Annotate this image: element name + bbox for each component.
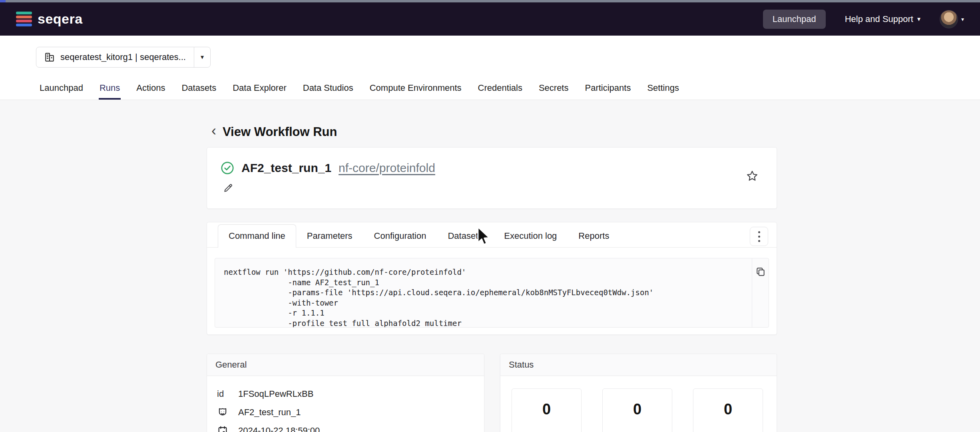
general-card: General id 1FSoqLPewRLxBB AF2_test_run_1 [207, 354, 484, 432]
submitted-count: 0 [603, 401, 672, 418]
tab-run-datasets[interactable]: Datasets [437, 224, 493, 247]
tab-compute-environments[interactable]: Compute Environments [369, 78, 462, 100]
star-icon[interactable] [746, 170, 758, 182]
tab-parameters[interactable]: Parameters [296, 224, 363, 247]
workspace-header: seqeratest_kitorg1 | seqerates... ▾ Laun… [0, 36, 980, 100]
tab-participants[interactable]: Participants [584, 78, 631, 100]
tab-credentials[interactable]: Credentials [477, 78, 523, 100]
status-tile-submitted: 0 submitted [602, 388, 672, 432]
run-date-value: 2024-10-22 18:59:00 [238, 426, 320, 432]
tab-datasets[interactable]: Datasets [181, 78, 217, 100]
help-and-support-menu[interactable]: Help and Support ▾ [845, 14, 920, 24]
tab-data-explorer[interactable]: Data Explorer [232, 78, 287, 100]
workspace-selector-caret[interactable]: ▾ [194, 47, 210, 67]
seqera-logo[interactable]: seqera [16, 11, 83, 27]
launchpad-button[interactable]: Launchpad [763, 10, 826, 29]
tab-data-studios[interactable]: Data Studios [302, 78, 354, 100]
workspace-selector-value: seqeratest_kitorg1 | seqerates... [60, 52, 186, 62]
user-menu[interactable]: ▾ [940, 10, 964, 28]
brand-name: seqera [38, 11, 83, 27]
kebab-icon [758, 231, 760, 242]
help-and-support-label: Help and Support [845, 14, 913, 24]
command-line-block: nextflow run 'https://github.com/nf-core… [215, 258, 769, 328]
general-row-date: 2024-10-22 18:59:00 [217, 422, 484, 432]
general-card-title: General [207, 354, 484, 376]
id-label: id [217, 389, 231, 399]
status-tile-running: 0 running [693, 388, 763, 432]
chevron-down-icon: ▾ [961, 16, 964, 22]
tab-reports[interactable]: Reports [568, 224, 620, 247]
edit-pencil-icon[interactable] [223, 183, 761, 193]
success-check-icon [221, 161, 234, 175]
run-header-card: AF2_test_run_1 nf-core/proteinfold [207, 147, 777, 209]
pipeline-link[interactable]: nf-core/proteinfold [339, 161, 435, 175]
page-title: View Workflow Run [223, 125, 337, 139]
run-id-value: 1FSoqLPewRLxBB [238, 389, 313, 399]
tab-runs[interactable]: Runs [99, 78, 121, 100]
top-navbar: seqera Launchpad Help and Support ▾ ▾ [0, 2, 980, 36]
pending-count: 0 [512, 401, 581, 418]
general-row-id: id 1FSoqLPewRLxBB [217, 385, 484, 403]
tab-execution-log[interactable]: Execution log [493, 224, 568, 247]
tab-command-line[interactable]: Command line [218, 224, 296, 248]
chevron-down-icon: ▾ [201, 54, 204, 60]
general-row-run-name: AF2_test_run_1 [217, 403, 484, 422]
calendar-icon [217, 425, 231, 432]
chevron-down-icon: ▾ [917, 16, 920, 22]
run-details-card: Command line Parameters Configuration Da… [207, 222, 777, 335]
tab-settings[interactable]: Settings [646, 78, 680, 100]
tab-configuration[interactable]: Configuration [363, 224, 437, 247]
organization-icon [44, 52, 55, 62]
status-card: Status 0 pending 0 submitted 0 running [500, 354, 777, 432]
run-detail-tabs: Command line Parameters Configuration Da… [207, 222, 777, 248]
code-side-column [752, 258, 769, 327]
status-tile-pending: 0 pending [512, 388, 582, 432]
running-count: 0 [693, 401, 763, 418]
run-name-value: AF2_test_run_1 [238, 407, 301, 418]
tab-launchpad[interactable]: Launchpad [39, 78, 84, 100]
copy-icon[interactable] [755, 266, 766, 277]
command-line-text: nextflow run 'https://github.com/nf-core… [215, 258, 769, 328]
workspace-tabs: Launchpad Runs Actions Datasets Data Exp… [39, 78, 680, 100]
avatar[interactable] [940, 10, 958, 28]
tab-actions[interactable]: Actions [135, 78, 166, 100]
more-options-button[interactable] [750, 227, 768, 246]
back-chevron-icon[interactable]: ‹ [211, 124, 216, 138]
run-name: AF2_test_run_1 [241, 161, 331, 175]
tab-secrets[interactable]: Secrets [538, 78, 570, 100]
status-card-title: Status [500, 354, 777, 376]
run-name-masks-icon [217, 407, 231, 418]
seqera-logo-icon [16, 12, 32, 27]
workspace-selector[interactable]: seqeratest_kitorg1 | seqerates... ▾ [36, 47, 211, 68]
